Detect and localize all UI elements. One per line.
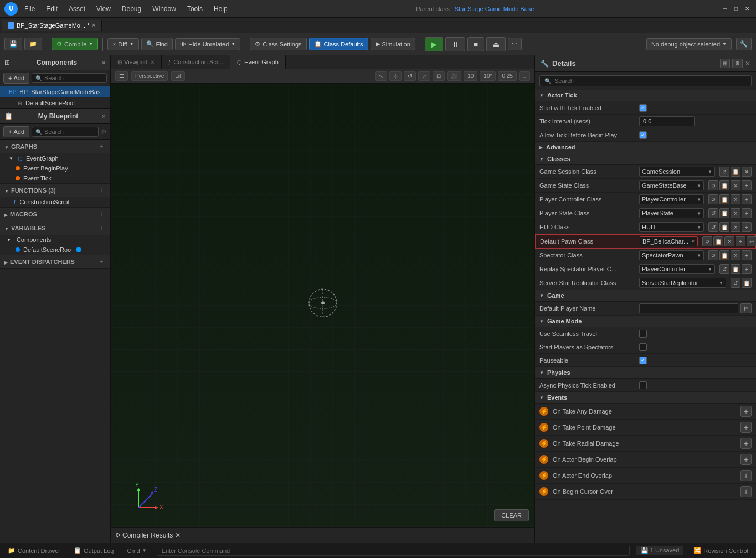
- event-beginplay-item[interactable]: Event BeginPlay: [0, 163, 110, 173]
- hud-browse[interactable]: 📋: [719, 222, 729, 232]
- blueprint-settings-icon[interactable]: ⚙: [101, 128, 107, 136]
- pause-button[interactable]: ⏸: [445, 37, 465, 51]
- default-player-name-input[interactable]: [639, 303, 738, 313]
- on-actor-end-overlap-add[interactable]: +: [740, 470, 752, 481]
- diff-button[interactable]: ≠ Diff ▼: [107, 38, 138, 50]
- ps-browse[interactable]: 📋: [719, 208, 729, 218]
- game-state-dropdown[interactable]: GameStateBase ▼: [639, 180, 704, 190]
- play-button[interactable]: ▶: [425, 37, 443, 51]
- revision-control-button[interactable]: 🔀 Revision Control: [690, 546, 752, 555]
- blueprint-panel-close[interactable]: ✕: [101, 113, 106, 120]
- cursor-mode-button[interactable]: ↖: [375, 71, 387, 81]
- output-log-button[interactable]: 📋 Output Log: [70, 546, 117, 555]
- clear-button[interactable]: CLEAR: [494, 509, 529, 521]
- components-add-button[interactable]: + Add: [3, 73, 29, 84]
- menu-asset[interactable]: Asset: [66, 4, 88, 14]
- save-button[interactable]: 💾: [4, 38, 22, 50]
- events-section-header[interactable]: Events: [535, 392, 756, 404]
- compile-button[interactable]: ⚙ Compile ▼: [52, 38, 98, 50]
- details-close-button[interactable]: ✕: [745, 59, 750, 68]
- menu-window[interactable]: Window: [150, 4, 178, 14]
- grid-size-button[interactable]: 10: [464, 71, 477, 81]
- hide-unrelated-button[interactable]: 👁 Hide Unrelated ▼: [175, 38, 240, 50]
- maximize-button[interactable]: □: [732, 4, 740, 13]
- content-drawer-button[interactable]: 📁 Content Drawer: [4, 546, 64, 555]
- player-state-dropdown[interactable]: PlayerState ▼: [639, 208, 704, 218]
- spec-clear[interactable]: ✕: [731, 250, 740, 260]
- compiler-close[interactable]: ✕: [175, 531, 181, 539]
- tab-viewport[interactable]: ⊞ Viewport ✕: [111, 55, 162, 69]
- spectators-checkbox[interactable]: [639, 343, 647, 351]
- viewport-size-button[interactable]: □: [519, 71, 530, 81]
- perspective-button[interactable]: Perspective: [131, 71, 168, 81]
- document-tab[interactable]: BP_StarStageGameMo... * ✕: [2, 20, 102, 31]
- details-grid-view-button[interactable]: ⊞: [720, 59, 730, 68]
- viewport-menu-button[interactable]: ☰: [115, 71, 128, 81]
- pc-browse[interactable]: 📋: [719, 194, 729, 204]
- class-defaults-button[interactable]: 📋 Class Defaults: [309, 38, 368, 50]
- menu-debug[interactable]: Debug: [120, 4, 143, 14]
- dp-reset[interactable]: ↺: [702, 236, 712, 246]
- on-take-radial-damage-add[interactable]: +: [740, 438, 752, 449]
- components-category-item[interactable]: Components: [0, 235, 110, 245]
- replay-browse[interactable]: 📋: [731, 264, 740, 274]
- classes-section-header[interactable]: Classes: [535, 153, 756, 165]
- construction-script-item[interactable]: ƒ ConstructionScript: [0, 197, 110, 207]
- blueprint-add-button[interactable]: + Add: [3, 126, 29, 137]
- debug-object-selector[interactable]: No debug object selected ▼: [646, 38, 732, 50]
- game-session-clear[interactable]: ✕: [742, 167, 752, 177]
- surface-snap-button[interactable]: ⊡: [433, 71, 445, 81]
- ss-reset[interactable]: ↺: [731, 278, 740, 288]
- game-mode-section-header[interactable]: Game Mode: [535, 316, 756, 327]
- menu-view[interactable]: View: [94, 4, 113, 14]
- dp-undo[interactable]: ↩: [747, 236, 756, 246]
- pc-clear[interactable]: ✕: [731, 194, 740, 204]
- components-panel-close[interactable]: ✕: [101, 60, 106, 66]
- on-actor-begin-overlap-add[interactable]: +: [740, 454, 752, 465]
- advanced-section-header[interactable]: Advanced: [535, 142, 756, 153]
- player-controller-dropdown[interactable]: PlayerController ▼: [639, 194, 704, 204]
- event-dispatchers-section-header[interactable]: EVENT DISPATCHERS +: [0, 255, 110, 268]
- translate-button[interactable]: ⊹: [389, 71, 402, 81]
- menu-edit[interactable]: Edit: [44, 4, 60, 14]
- ps-reset[interactable]: ↺: [708, 208, 718, 218]
- details-search-box[interactable]: 🔍: [539, 75, 752, 86]
- on-take-point-damage-add[interactable]: +: [740, 422, 752, 433]
- game-state-reset[interactable]: ↺: [708, 180, 718, 190]
- ps-clear[interactable]: ✕: [731, 208, 740, 218]
- hud-add[interactable]: +: [742, 222, 752, 232]
- hud-clear[interactable]: ✕: [731, 222, 740, 232]
- hud-dropdown[interactable]: HUD ▼: [639, 222, 704, 232]
- graphs-section-header[interactable]: GRAPHS +: [0, 140, 110, 153]
- details-settings-button[interactable]: ⚙: [732, 59, 743, 68]
- menu-tools[interactable]: Tools: [185, 4, 205, 14]
- pc-add[interactable]: +: [742, 194, 752, 204]
- server-stat-dropdown[interactable]: ServerStatReplicator ▼: [639, 278, 726, 288]
- component-scene-root-item[interactable]: ⊕ DefaultSceneRoot: [0, 97, 110, 108]
- tab-event-graph[interactable]: ⬡ Event Graph: [230, 55, 286, 69]
- allow-tick-checkbox[interactable]: [639, 131, 647, 139]
- game-state-add[interactable]: +: [742, 180, 752, 190]
- playmode-options-button[interactable]: ⋯: [508, 38, 522, 50]
- pc-reset[interactable]: ↺: [708, 194, 718, 204]
- simulation-button[interactable]: ▶ Simulation: [371, 38, 415, 50]
- dp-browse[interactable]: 📋: [713, 236, 723, 246]
- spec-reset[interactable]: ↺: [708, 250, 718, 260]
- tick-interval-input[interactable]: [639, 116, 695, 126]
- console-input[interactable]: [157, 546, 630, 556]
- stop-button[interactable]: ■: [467, 37, 484, 51]
- tab-construction[interactable]: ƒ Construction Scr...: [162, 55, 230, 69]
- on-begin-cursor-over-add[interactable]: +: [740, 486, 752, 497]
- default-scene-root-var-item[interactable]: DefaultSceneRoo: [0, 245, 110, 255]
- game-state-browse[interactable]: 📋: [719, 180, 729, 190]
- scale-snap-button[interactable]: 0.25: [498, 71, 516, 81]
- macros-section-header[interactable]: MACROS +: [0, 208, 110, 221]
- game-session-reset[interactable]: ↺: [719, 167, 729, 177]
- find-button[interactable]: 🔍 Find: [141, 38, 173, 50]
- hud-reset[interactable]: ↺: [708, 222, 718, 232]
- eject-button[interactable]: ⏏: [486, 37, 506, 51]
- game-session-browse[interactable]: 📋: [731, 167, 740, 177]
- event-tick-item[interactable]: Event Tick: [0, 173, 110, 183]
- debug-options-button[interactable]: 🔧: [736, 38, 752, 50]
- class-settings-button[interactable]: ⚙ Class Settings: [250, 38, 306, 50]
